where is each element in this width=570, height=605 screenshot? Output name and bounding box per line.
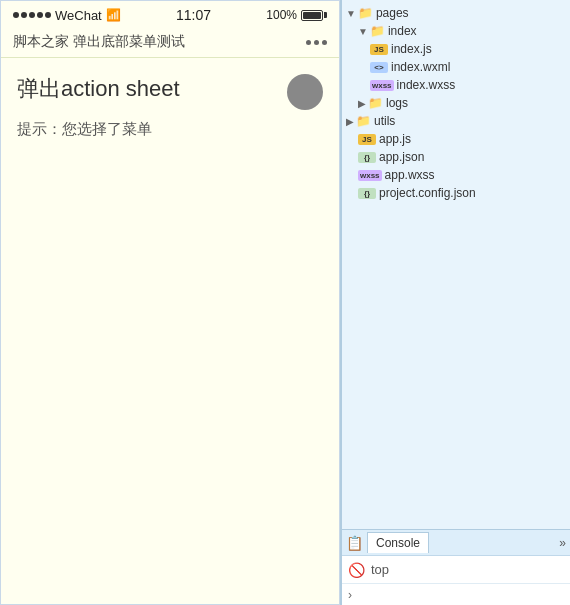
xml-file-icon: <> — [370, 62, 388, 73]
wxss-file-icon: wxss — [370, 80, 394, 91]
file-label-index-js: index.js — [391, 42, 432, 56]
signal-icon — [13, 12, 51, 18]
phone-content: 弹出action sheet 提示：您选择了菜单 — [1, 58, 339, 604]
file-tree: ▼ 📁 pages ▼ 📁 index JS index.js <> index… — [342, 0, 570, 529]
sidebar-item-index-js[interactable]: JS index.js — [342, 40, 570, 58]
nav-menu-dots[interactable] — [306, 40, 327, 45]
expand-icon[interactable]: » — [559, 536, 566, 550]
chevron-right-icon: ▶ — [358, 98, 366, 109]
json-file-icon: {} — [358, 152, 376, 163]
chevron-down-icon: ▼ — [358, 26, 368, 37]
right-panel: ▼ 📁 pages ▼ 📁 index JS index.js <> index… — [340, 0, 570, 605]
file-label-index-wxss: index.wxss — [397, 78, 456, 92]
folder-label-utils: utils — [374, 114, 395, 128]
js-file-icon: JS — [370, 44, 388, 55]
folder-label-pages: pages — [376, 6, 409, 20]
sidebar-item-index-wxss[interactable]: wxss index.wxss — [342, 76, 570, 94]
folder-icon: 📁 — [370, 24, 385, 38]
json-file-icon: {} — [358, 188, 376, 199]
console-tab-icon: 📋 — [346, 535, 363, 551]
sidebar-item-utils[interactable]: ▶ 📁 utils — [342, 112, 570, 130]
no-entry-icon: 🚫 — [348, 562, 365, 578]
file-label-index-wxml: index.wxml — [391, 60, 450, 74]
battery-icon — [301, 10, 327, 21]
carrier-label: WeChat — [55, 8, 102, 23]
sidebar-item-project-config[interactable]: {} project.config.json — [342, 184, 570, 202]
file-label-app-wxss: app.wxss — [385, 168, 435, 182]
nav-title: 脚本之家 弹出底部菜单测试 — [13, 33, 185, 51]
console-input-area: 🚫 top — [342, 555, 570, 583]
time-display: 11:07 — [176, 7, 211, 23]
console-tab-bar: 📋 Console » — [342, 529, 570, 555]
file-label-project-config: project.config.json — [379, 186, 476, 200]
folder-icon: 📁 — [368, 96, 383, 110]
hint-text: 提示：您选择了菜单 — [17, 120, 323, 139]
sidebar-item-index[interactable]: ▼ 📁 index — [342, 22, 570, 40]
status-right: 100% — [266, 8, 327, 22]
circle-button[interactable] — [287, 74, 323, 110]
phone-simulator: WeChat 📶 11:07 100% 脚本之家 弹出底部菜单测试 弹出acti… — [0, 0, 340, 605]
sidebar-item-logs[interactable]: ▶ 📁 logs — [342, 94, 570, 112]
sidebar-item-app-js[interactable]: JS app.js — [342, 130, 570, 148]
wifi-icon: 📶 — [106, 8, 121, 22]
js-file-icon: JS — [358, 134, 376, 145]
tab-console[interactable]: Console — [367, 532, 429, 553]
sidebar-item-app-wxss[interactable]: wxss app.wxss — [342, 166, 570, 184]
chevron-right-icon: ▶ — [346, 116, 354, 127]
right-chevron-icon[interactable]: › — [348, 588, 352, 602]
status-bar: WeChat 📶 11:07 100% — [1, 1, 339, 27]
file-label-app-json: app.json — [379, 150, 424, 164]
folder-icon: 📁 — [356, 114, 371, 128]
sidebar-item-app-json[interactable]: {} app.json — [342, 148, 570, 166]
nav-bar: 脚本之家 弹出底部菜单测试 — [1, 27, 339, 58]
console-input-text[interactable]: top — [371, 562, 389, 577]
folder-label-index: index — [388, 24, 417, 38]
wxss-file-icon: wxss — [358, 170, 382, 181]
chevron-down-icon: ▼ — [346, 8, 356, 19]
folder-icon: 📁 — [358, 6, 373, 20]
folder-label-logs: logs — [386, 96, 408, 110]
sidebar-item-index-wxml[interactable]: <> index.wxml — [342, 58, 570, 76]
sidebar-item-pages[interactable]: ▼ 📁 pages — [342, 4, 570, 22]
expand-arrow-row: › — [342, 583, 570, 605]
status-left: WeChat 📶 — [13, 8, 121, 23]
battery-pct-label: 100% — [266, 8, 297, 22]
action-title: 弹出action sheet — [17, 74, 323, 104]
file-label-app-js: app.js — [379, 132, 411, 146]
